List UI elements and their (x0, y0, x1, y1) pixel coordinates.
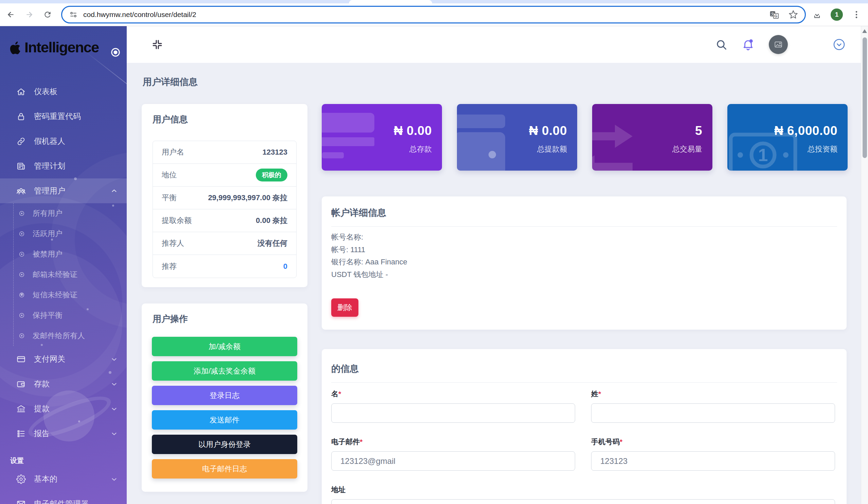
brand-logo[interactable]: Intelligence (0, 26, 127, 63)
sidebar-item-dashboard[interactable]: 仪表板 (0, 79, 127, 104)
url-text[interactable]: cod.hwymw.net/control/user/detail/2 (83, 11, 769, 19)
address-input[interactable] (331, 499, 835, 504)
send-email-button[interactable]: 发送邮件 (152, 410, 297, 430)
table-row-referrals: 推荐 0 (153, 255, 296, 278)
email-logs-button[interactable]: 电子邮件日志 (152, 459, 297, 479)
sidebar: Intelligence 仪表板 密码重置代码 (0, 26, 127, 504)
subitem-label: 活跃用户 (33, 229, 62, 239)
first-name-field: 名* (331, 389, 575, 423)
email-input[interactable] (331, 451, 575, 471)
browser-reload-button[interactable] (41, 8, 54, 21)
home-icon (16, 87, 26, 96)
last-name-label: 姓* (591, 389, 835, 399)
delete-button[interactable]: 删除 (331, 298, 359, 317)
add-subtract-balance-button[interactable]: 加/减余额 (152, 337, 297, 356)
bank-icon (16, 404, 26, 414)
bookmark-star-icon[interactable] (788, 10, 798, 19)
row-label: 推荐人 (162, 238, 184, 248)
sidebar-subitem-active-users[interactable]: 活跃用户 (13, 224, 127, 244)
browser-forward-button[interactable] (22, 8, 36, 21)
phone-field: 手机号码* (591, 437, 835, 471)
sidebar-subitem-email-all[interactable]: 发邮件给所有人 (13, 326, 127, 346)
sidebar-item-label: 管理用户 (34, 186, 65, 196)
required-marker: * (338, 390, 341, 398)
search-icon[interactable] (715, 38, 727, 51)
circle-dot-icon (18, 312, 25, 319)
last-name-input[interactable] (591, 403, 835, 423)
sidebar-subitem-sms-unverified[interactable]: 短信未经验证 (13, 285, 127, 305)
stat-label: 总提款额 (537, 144, 567, 154)
sidebar-item-reports[interactable]: 报告 (0, 421, 127, 446)
actions-list: 加/减余额 添加/减去奖金余额 登录日志 发送邮件 以用户身份登录 电子邮件日志 (152, 337, 297, 484)
site-settings-icon[interactable] (69, 10, 78, 19)
sidebar-item-withdrawals[interactable]: 提款 (0, 396, 127, 421)
forward-arrow-icon (25, 10, 34, 19)
wallet-icon (457, 114, 515, 171)
subitem-label: 短信未经验证 (33, 290, 78, 300)
row-label: 提取余额 (162, 215, 192, 226)
sidebar-item-manage-users[interactable]: 管理用户 (0, 178, 127, 203)
subitem-label: 保持平衡 (33, 310, 62, 320)
stat-amount: ₦ 6,000.00 (774, 124, 837, 138)
page-scrollbar[interactable] (861, 26, 868, 504)
chevron-down-circle-icon[interactable] (833, 38, 846, 51)
table-row-username: 用户名 123123 (153, 141, 296, 164)
gear-icon (16, 474, 26, 484)
scrollbar-thumb[interactable] (862, 38, 867, 158)
circle-dot-icon (18, 271, 25, 278)
browser-back-button[interactable] (4, 8, 18, 21)
stat-card-total-withdrawals: ₦ 0.00 总提款额 (457, 104, 577, 171)
sidebar-subitem-email-unverified[interactable]: 邮箱未经验证 (13, 265, 127, 285)
collapse-sidebar-icon[interactable] (151, 38, 163, 51)
notifications-button[interactable] (742, 38, 755, 51)
address-field: 地址 (331, 485, 835, 504)
sidebar-item-label: 基本的 (34, 474, 58, 484)
bank-name-line: 银行名称: Aaa Finance (331, 256, 407, 268)
sidebar-item-label: 提款 (34, 403, 50, 414)
usdt-wallet-line: USDT 钱包地址 - (331, 268, 407, 281)
sidebar-item-deposits[interactable]: 存款 (0, 371, 127, 396)
bell-icon (742, 38, 755, 51)
sidebar-item-fake-bots[interactable]: 假机器人 (0, 129, 127, 154)
table-row-status: 地位 积极的 (153, 164, 296, 187)
subitem-label: 被禁用户 (33, 249, 62, 259)
first-name-input[interactable] (331, 403, 575, 423)
brand-text: Intelligence (24, 39, 99, 56)
url-bar[interactable]: cod.hwymw.net/control/user/detail/2 文 G (61, 6, 806, 23)
divider (331, 226, 837, 227)
sidebar-subitem-banned-users[interactable]: 被禁用户 (13, 244, 127, 265)
scrollbar-up-arrow[interactable] (862, 29, 867, 33)
phone-input[interactable] (591, 451, 835, 471)
status-badge: 积极的 (256, 168, 287, 182)
address-label: 地址 (331, 485, 835, 494)
sidebar-toggle-icon[interactable] (111, 47, 121, 58)
browser-profile-avatar[interactable]: 1 (831, 9, 843, 21)
login-as-user-button[interactable]: 以用户身份登录 (152, 435, 297, 454)
chevron-down-icon (111, 430, 118, 438)
user-avatar[interactable] (769, 35, 788, 54)
sidebar-item-label: 报告 (34, 428, 50, 439)
browser-menu-icon[interactable] (852, 10, 861, 19)
sidebar-item-password-reset-codes[interactable]: 密码重置代码 (0, 104, 127, 129)
download-icon[interactable] (812, 10, 822, 19)
sidebar-item-general-settings[interactable]: 基本的 (0, 466, 127, 491)
stat-amount: ₦ 0.00 (529, 124, 567, 138)
stat-label: 总交易量 (672, 144, 702, 154)
sidebar-item-payment-gateways[interactable]: 支付网关 (0, 347, 127, 371)
add-subtract-bonus-button[interactable]: 添加/减去奖金余额 (152, 361, 297, 381)
sidebar-subitem-all-users[interactable]: 所有用户 (13, 203, 127, 224)
account-details-lines: 帐号名称: 帐号: 1111 银行名称: Aaa Finance USDT 钱包… (331, 231, 407, 281)
circle-dot-icon (18, 251, 25, 258)
sidebar-item-manage-plans[interactable]: 管理计划 (0, 154, 127, 178)
chevron-down-icon (111, 475, 118, 483)
sidebar-subitem-with-balance[interactable]: 保持平衡 (13, 305, 127, 326)
circle-dot-icon (18, 332, 25, 339)
sidebar-item-label: 密码重置代码 (34, 111, 81, 122)
account-name-line: 帐号名称: (331, 231, 407, 244)
login-logs-button[interactable]: 登录日志 (152, 386, 297, 405)
user-actions-title: 用户操作 (153, 313, 188, 325)
stat-amount: 5 (695, 124, 702, 138)
translate-icon[interactable]: 文 G (769, 10, 779, 19)
settings-section-label: 设置 (10, 456, 127, 465)
sidebar-item-email-manager[interactable]: 电子邮件管理器 (0, 491, 127, 504)
